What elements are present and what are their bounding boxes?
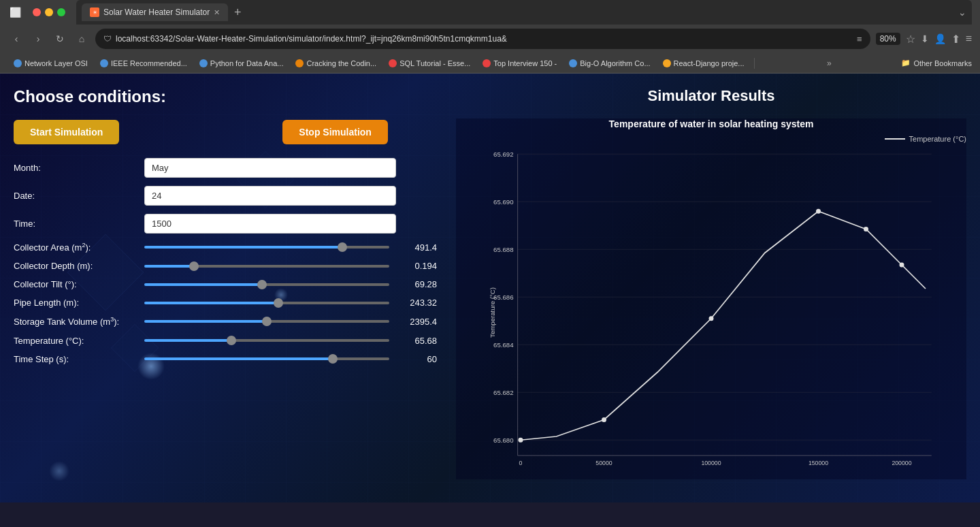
- pipe-length-label: Pipe Length (m):: [14, 298, 136, 308]
- time-step-label: Time Step (s):: [14, 354, 136, 364]
- tab-expand-icon[interactable]: ⌄: [958, 7, 966, 18]
- bookmark-icon: [199, 59, 208, 67]
- bookmark-bigo[interactable]: Big-O Algorithm Co...: [564, 58, 655, 69]
- bookmark-network-layer[interactable]: Network Layer OSI: [8, 58, 93, 69]
- nav-bar: ‹ › ↻ ⌂ 🛡 localhost:63342/Solar-Water-He…: [0, 25, 980, 53]
- collector-area-slider-row: 491.4: [144, 242, 437, 253]
- bookmark-ieee[interactable]: IEEE Recommended...: [95, 58, 193, 69]
- bookmark-label: Top Interview 150 -: [493, 59, 557, 67]
- temperature-slider[interactable]: [144, 339, 389, 342]
- data-point-1: [519, 438, 523, 443]
- close-button[interactable]: [33, 8, 41, 16]
- home-button[interactable]: ⌂: [74, 31, 90, 47]
- download-icon[interactable]: ⬇: [921, 33, 929, 44]
- chart-svg: 65.692 65.690 65.688 65.686 65.684 65.68…: [456, 146, 966, 479]
- bookmarks-bar: Network Layer OSI IEEE Recommended... Py…: [0, 53, 980, 74]
- x-label-3: 100000: [701, 460, 721, 466]
- bookmark-label: Network Layer OSI: [24, 59, 88, 67]
- month-row: Month: May January February March: [14, 158, 429, 178]
- legend-label: Temperature (°C): [909, 135, 966, 143]
- folder-icon: 📁: [901, 59, 911, 67]
- new-tab-button[interactable]: +: [228, 3, 247, 22]
- y-label-7: 65.680: [493, 436, 513, 444]
- bookmark-icon: [483, 59, 491, 67]
- stop-simulation-button[interactable]: Stop Simulation: [282, 120, 388, 144]
- tab-title: Solar Water Heater Simulator: [103, 7, 210, 17]
- collector-tilt-value: 69.28: [396, 279, 437, 289]
- temperature-line: [521, 211, 926, 440]
- bookmark-star-icon[interactable]: ☆: [906, 33, 915, 46]
- security-icon: 🛡: [103, 34, 112, 44]
- profile-icon[interactable]: 👤: [934, 33, 946, 44]
- temperature-value: 65.68: [396, 336, 437, 346]
- x-label-5: 200000: [892, 460, 911, 466]
- sidebar-toggle[interactable]: ⬜: [8, 5, 22, 19]
- other-bookmarks-label: Other Bookmarks: [913, 59, 972, 67]
- collector-tilt-row: Collector Tilt (°): 69.28: [14, 279, 429, 289]
- y-label-2: 65.690: [493, 198, 513, 206]
- reload-button[interactable]: ↻: [52, 31, 68, 47]
- tab-bar: ☀ Solar Water Heater Simulator ✕ + ⌄: [76, 0, 972, 25]
- y-label-3: 65.688: [493, 246, 513, 253]
- window-controls: ⬜: [8, 5, 22, 19]
- month-label: Month:: [14, 163, 136, 173]
- collector-area-label: Collector Area (m2):: [14, 242, 136, 253]
- collector-depth-label: Collector Depth (m):: [14, 261, 136, 271]
- x-label-2: 50000: [595, 460, 612, 466]
- pipe-length-slider[interactable]: [144, 302, 389, 304]
- choose-conditions-title: Choose conditions:: [14, 87, 429, 106]
- collector-area-slider[interactable]: [144, 246, 389, 249]
- collector-area-row: Collector Area (m2): 491.4: [14, 242, 429, 253]
- minimize-button[interactable]: [45, 8, 53, 16]
- more-bookmarks-button[interactable]: »: [821, 57, 837, 69]
- time-step-slider[interactable]: [144, 357, 389, 360]
- bookmark-react-django[interactable]: React-Django proje...: [657, 58, 750, 69]
- bookmark-cracking[interactable]: Cracking the Codin...: [290, 58, 382, 69]
- temperature-row: Temperature (°C): 65.68: [14, 336, 429, 346]
- storage-tank-slider[interactable]: [144, 320, 389, 323]
- menu-icon[interactable]: ≡: [966, 33, 972, 45]
- zoom-level[interactable]: 80%: [876, 33, 900, 45]
- browser-chrome: ⬜ ☀ Solar Water Heater Simulator ✕ + ⌄ ‹…: [0, 0, 980, 74]
- collector-depth-slider[interactable]: [144, 265, 389, 268]
- buttons-row: Start Simulation Stop Simulation: [14, 120, 429, 144]
- y-label-6: 65.682: [493, 389, 513, 396]
- share-icon[interactable]: ⬆: [951, 33, 960, 46]
- collector-tilt-slider-row: 69.28: [144, 279, 437, 289]
- y-label-1: 65.692: [493, 150, 513, 158]
- collector-depth-slider-row: 0.194: [144, 261, 437, 271]
- back-button[interactable]: ‹: [8, 31, 24, 47]
- chart-area: 65.692 65.690 65.688 65.686 65.684 65.68…: [456, 146, 966, 479]
- traffic-lights: [33, 8, 65, 16]
- bookmark-top-interview[interactable]: Top Interview 150 -: [477, 58, 562, 69]
- y-label-5: 65.684: [493, 341, 514, 349]
- date-row: Date: 24 1: [14, 186, 429, 206]
- collector-tilt-slider[interactable]: [144, 283, 389, 286]
- other-bookmarks[interactable]: 📁 Other Bookmarks: [901, 59, 972, 67]
- month-select[interactable]: May January February March: [144, 158, 396, 178]
- active-tab[interactable]: ☀ Solar Water Heater Simulator ✕: [82, 3, 228, 21]
- page-content: Choose conditions: Start Simulation Stop…: [0, 74, 980, 502]
- bookmark-icon: [569, 59, 577, 67]
- chart-container: Temperature of water in solar heating sy…: [456, 118, 966, 479]
- bookmark-sql[interactable]: SQL Tutorial - Esse...: [383, 58, 476, 69]
- data-point-2: [602, 417, 606, 422]
- bookmark-icon: [100, 59, 108, 67]
- time-step-row: Time Step (s): 60: [14, 354, 429, 364]
- bookmark-label: SQL Tutorial - Esse...: [399, 59, 470, 67]
- left-panel: Choose conditions: Start Simulation Stop…: [0, 74, 442, 502]
- forward-button[interactable]: ›: [30, 31, 46, 47]
- bookmark-python[interactable]: Python for Data Ana...: [194, 58, 289, 69]
- time-select[interactable]: 1500 0900 1200: [144, 214, 396, 234]
- x-label-1: 0: [519, 460, 523, 466]
- bookmark-label: Big-O Algorithm Co...: [580, 59, 650, 67]
- maximize-button[interactable]: [57, 8, 65, 16]
- address-bar[interactable]: 🛡 localhost:63342/Solar-Water-Heater-Sim…: [95, 29, 870, 49]
- storage-tank-slider-row: 2395.4: [144, 317, 437, 327]
- storage-tank-value: 2395.4: [396, 317, 437, 327]
- collector-area-value: 491.4: [396, 242, 437, 253]
- pipe-length-slider-row: 243.32: [144, 298, 437, 308]
- date-select[interactable]: 24 1: [144, 186, 396, 206]
- tab-close-button[interactable]: ✕: [214, 8, 220, 17]
- start-simulation-button[interactable]: Start Simulation: [14, 120, 119, 144]
